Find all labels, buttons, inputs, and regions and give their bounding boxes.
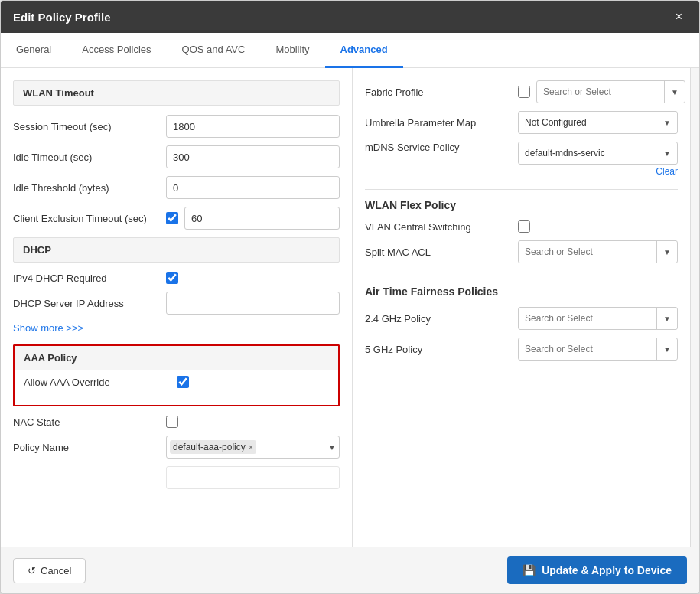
client-exclusion-row: Client Exclusion Timeout (sec) <box>13 207 340 230</box>
tab-bar: General Access Policies QOS and AVC Mobi… <box>1 33 699 68</box>
vlan-central-row: VLAN Central Switching <box>365 220 678 233</box>
fabric-profile-checkbox[interactable] <box>518 86 530 98</box>
mdns-clear-link[interactable]: Clear <box>518 166 678 177</box>
nac-state-checkbox[interactable] <box>166 416 178 428</box>
dhcp-server-input[interactable] <box>166 292 340 315</box>
tab-mobility[interactable]: Mobility <box>260 33 324 68</box>
update-apply-button[interactable]: 💾 Update & Apply to Device <box>507 556 687 584</box>
wlan-timeout-section-title: WLAN Timeout <box>13 80 340 106</box>
client-exclusion-checkbox[interactable] <box>166 212 178 224</box>
umbrella-row: Umbrella Parameter Map Not Configured ▼ <box>365 111 678 134</box>
show-more-link[interactable]: Show more >>> <box>13 322 83 334</box>
session-timeout-input[interactable] <box>166 115 340 138</box>
ghz-5-dropdown-arrow[interactable]: ▼ <box>656 338 677 360</box>
split-mac-search-input[interactable] <box>519 243 656 260</box>
remove-tag-button[interactable]: × <box>249 442 253 452</box>
policy-name-select[interactable]: default-aaa-policy × ▼ <box>166 436 340 459</box>
ghz-5-row: 5 GHz Policy ▼ <box>365 338 678 361</box>
aaa-policy-section-body: Allow AAA Override <box>13 370 340 406</box>
mdns-label: mDNS Service Policy <box>365 142 518 153</box>
update-icon: 💾 <box>523 564 536 576</box>
dhcp-server-label: DHCP Server IP Address <box>13 298 166 309</box>
ghz-5-search-input[interactable] <box>519 341 656 357</box>
idle-threshold-label: Idle Threshold (bytes) <box>13 182 166 194</box>
extra-input[interactable] <box>166 466 340 489</box>
fabric-profile-dropdown-arrow[interactable]: ▼ <box>664 81 685 103</box>
tab-advanced[interactable]: Advanced <box>325 33 403 68</box>
session-timeout-row: Session Timeout (sec) <box>13 115 340 138</box>
policy-name-row: Policy Name default-aaa-policy × ▼ <box>13 436 340 459</box>
vlan-central-checkbox[interactable] <box>518 220 530 233</box>
close-button[interactable]: × <box>671 8 687 25</box>
mdns-dropdown[interactable]: default-mdns-servic ▼ <box>518 142 678 165</box>
ghz-24-search[interactable]: ▼ <box>518 307 678 330</box>
nac-state-label: NAC State <box>13 416 166 428</box>
umbrella-select[interactable]: Not Configured <box>519 114 677 131</box>
ghz-24-label: 2.4 GHz Policy <box>365 313 518 325</box>
policy-tag: default-aaa-policy × <box>170 440 256 454</box>
ipv4-dhcp-checkbox[interactable] <box>166 272 178 284</box>
umbrella-label: Umbrella Parameter Map <box>365 117 518 129</box>
policy-name-arrow-icon[interactable]: ▼ <box>328 443 336 452</box>
aaa-policy-section-title: AAA Policy <box>13 344 340 370</box>
scrollbar[interactable] <box>690 68 699 547</box>
ghz-24-dropdown-arrow[interactable]: ▼ <box>656 308 677 329</box>
client-exclusion-input[interactable] <box>184 207 340 230</box>
mdns-select[interactable]: default-mdns-servic <box>519 145 677 162</box>
modal-title: Edit Policy Profile <box>13 11 111 24</box>
tab-qos-avc[interactable]: QOS and AVC <box>167 33 261 68</box>
allow-aaa-checkbox[interactable] <box>177 376 189 388</box>
umbrella-dropdown[interactable]: Not Configured ▼ <box>518 111 678 134</box>
ipv4-dhcp-label: IPv4 DHCP Required <box>13 273 166 284</box>
ipv4-dhcp-row: IPv4 DHCP Required <box>13 272 340 284</box>
fabric-checkbox-area: ▼ <box>518 80 685 103</box>
session-timeout-label: Session Timeout (sec) <box>13 121 166 132</box>
policy-tag-text: default-aaa-policy <box>173 442 246 452</box>
split-mac-label: Split MAC ACL <box>365 246 518 258</box>
wlan-flex-title: WLAN Flex Policy <box>365 199 678 211</box>
fabric-profile-label: Fabric Profile <box>365 86 518 98</box>
air-time-title: Air Time Fairness Policies <box>365 286 678 298</box>
cancel-button[interactable]: ↺ Cancel <box>13 558 86 583</box>
allow-aaa-label: Allow AAA Override <box>24 377 177 388</box>
modal-footer: ↺ Cancel 💾 Update & Apply to Device <box>1 547 699 593</box>
ghz-5-search[interactable]: ▼ <box>518 338 678 361</box>
tab-access-policies[interactable]: Access Policies <box>67 33 166 68</box>
edit-policy-modal: Edit Policy Profile × General Access Pol… <box>0 0 700 594</box>
extra-input-row <box>13 466 340 489</box>
fabric-profile-search[interactable]: ▼ <box>536 80 685 103</box>
client-exclusion-label: Client Exclusion Timeout (sec) <box>13 213 166 224</box>
wlan-flex-divider <box>365 189 678 190</box>
split-mac-search[interactable]: ▼ <box>518 240 678 263</box>
nac-state-row: NAC State <box>13 416 340 428</box>
idle-threshold-row: Idle Threshold (bytes) <box>13 176 340 199</box>
modal-body: WLAN Timeout Session Timeout (sec) Idle … <box>1 68 699 547</box>
vlan-central-label: VLAN Central Switching <box>365 221 518 233</box>
modal-header: Edit Policy Profile × <box>1 1 699 33</box>
dhcp-server-row: DHCP Server IP Address <box>13 292 340 315</box>
fabric-profile-search-input[interactable] <box>537 83 664 100</box>
split-mac-row: Split MAC ACL ▼ <box>365 240 678 263</box>
allow-aaa-row: Allow AAA Override <box>24 376 329 388</box>
vlan-central-checkbox-area <box>518 220 530 233</box>
policy-name-label: Policy Name <box>13 442 166 453</box>
idle-timeout-label: Idle Timeout (sec) <box>13 152 166 163</box>
idle-timeout-input[interactable] <box>166 145 340 168</box>
cancel-label: Cancel <box>41 565 71 576</box>
ghz-5-label: 5 GHz Policy <box>365 344 518 355</box>
split-mac-dropdown-arrow[interactable]: ▼ <box>656 241 677 263</box>
fabric-profile-row: Fabric Profile ▼ <box>365 80 678 103</box>
ghz-24-search-input[interactable] <box>519 310 656 327</box>
wlan-flex-section: WLAN Flex Policy VLAN Central Switching … <box>365 189 678 263</box>
air-time-section: Air Time Fairness Policies 2.4 GHz Polic… <box>365 276 678 361</box>
mdns-row: mDNS Service Policy default-mdns-servic … <box>365 142 678 177</box>
cancel-icon: ↺ <box>28 565 36 576</box>
right-panel: Fabric Profile ▼ Umbrella Parameter Map … <box>353 68 690 547</box>
idle-threshold-input[interactable] <box>166 176 340 199</box>
idle-timeout-row: Idle Timeout (sec) <box>13 145 340 168</box>
dhcp-section-title: DHCP <box>13 237 340 263</box>
ghz-24-row: 2.4 GHz Policy ▼ <box>365 307 678 330</box>
left-panel: WLAN Timeout Session Timeout (sec) Idle … <box>1 68 353 547</box>
air-time-divider <box>365 276 678 276</box>
tab-general[interactable]: General <box>1 33 67 68</box>
